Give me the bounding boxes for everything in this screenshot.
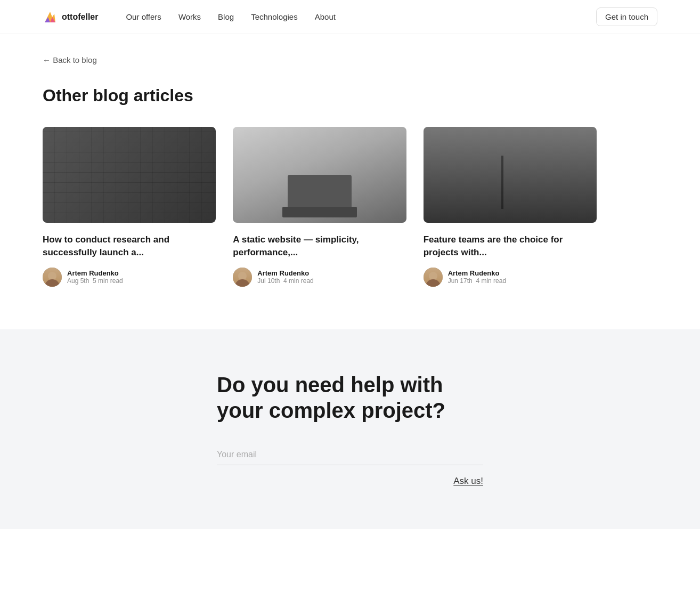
nav-works[interactable]: Works: [172, 9, 207, 25]
email-form: Ask us!: [217, 444, 483, 487]
main-content: ← Back to blog Other blog articles How t…: [0, 34, 639, 329]
back-to-blog-link[interactable]: ← Back to blog: [43, 55, 97, 64]
logo-icon: [43, 10, 58, 25]
author-name-2: Artem Rudenko: [257, 269, 313, 277]
author-avatar-2: [233, 268, 252, 287]
author-info-1: Artem Rudenko Aug 5th 5 min read: [67, 269, 123, 285]
footer-cta: Do you need help with your complex proje…: [0, 329, 700, 529]
author-info-3: Artem Rudenko Jun 17th 4 min read: [448, 269, 506, 285]
logo-link[interactable]: ottofeller: [43, 10, 98, 25]
article-image-2: [233, 127, 406, 223]
navbar: ottofeller Our offers Works Blog Technol…: [0, 0, 700, 34]
article-date-read-1: Aug 5th 5 min read: [67, 277, 123, 285]
nav-cta: Get in touch: [596, 12, 657, 22]
article-meta-3: Artem Rudenko Jun 17th 4 min read: [424, 268, 597, 287]
article-card-1[interactable]: How to conduct research and successfully…: [43, 127, 216, 287]
section-title: Other blog articles: [43, 86, 597, 106]
article-date-read-2: Jul 10th 4 min read: [257, 277, 313, 285]
email-input[interactable]: [217, 444, 483, 465]
author-avatar-1: [43, 268, 62, 287]
nav-links: Our offers Works Blog Technologies About: [119, 12, 596, 22]
nav-technologies[interactable]: Technologies: [245, 9, 304, 25]
article-card-2[interactable]: A static website — simplicity, performan…: [233, 127, 406, 287]
article-meta-2: Artem Rudenko Jul 10th 4 min read: [233, 268, 406, 287]
author-name-3: Artem Rudenko: [448, 269, 506, 277]
article-card-3[interactable]: Feature teams are the choice for project…: [424, 127, 597, 287]
article-image-3: [424, 127, 597, 223]
article-image-1: [43, 127, 216, 223]
author-info-2: Artem Rudenko Jul 10th 4 min read: [257, 269, 313, 285]
article-title-1: How to conduct research and successfully…: [43, 233, 216, 259]
nav-about[interactable]: About: [308, 9, 342, 25]
author-avatar-3: [424, 268, 443, 287]
cta-content: Do you need help with your complex proje…: [217, 372, 483, 487]
ask-us-button[interactable]: Ask us!: [453, 476, 483, 487]
author-name-1: Artem Rudenko: [67, 269, 123, 277]
article-date-read-3: Jun 17th 4 min read: [448, 277, 506, 285]
article-title-3: Feature teams are the choice for project…: [424, 233, 597, 259]
get-in-touch-link[interactable]: Get in touch: [596, 7, 657, 26]
articles-grid: How to conduct research and successfully…: [43, 127, 597, 287]
article-meta-1: Artem Rudenko Aug 5th 5 min read: [43, 268, 216, 287]
nav-our-offers[interactable]: Our offers: [119, 9, 167, 25]
nav-blog[interactable]: Blog: [211, 9, 240, 25]
ask-us-row: Ask us!: [217, 476, 483, 487]
brand-name: ottofeller: [62, 12, 98, 22]
cta-title: Do you need help with your complex proje…: [217, 372, 483, 423]
article-title-2: A static website — simplicity, performan…: [233, 233, 406, 259]
